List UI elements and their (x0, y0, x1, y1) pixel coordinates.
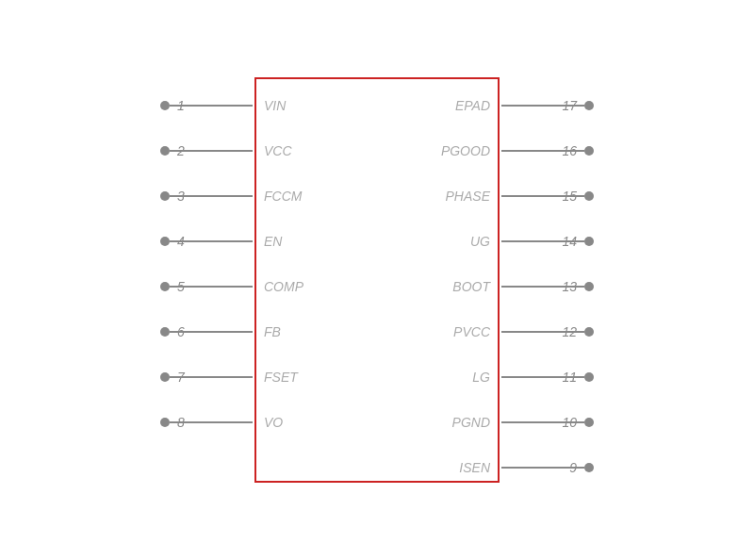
pin-9: 9 ISEN (501, 463, 594, 472)
pin-8-dot (160, 418, 170, 427)
pin-9-number: 9 (569, 460, 577, 475)
pin-3: 3 FCCM (160, 191, 253, 201)
pin-13-label: BOOT (452, 279, 490, 294)
pin-8-label: VO (264, 415, 283, 430)
pin-6: 6 FB (160, 327, 253, 337)
pin-10-label: PGND (452, 415, 490, 430)
pin-7-number: 7 (177, 370, 185, 385)
pin-4-number: 4 (177, 234, 185, 249)
pin-7-label: FSET (264, 370, 298, 385)
pin-10-number: 10 (562, 415, 577, 430)
pin-1-number: 1 (177, 98, 185, 113)
pin-5-dot (160, 282, 170, 291)
pin-5-label: COMP (264, 279, 303, 294)
pin-8: 8 VO (160, 418, 253, 427)
pin-8-number: 8 (177, 415, 185, 430)
pin-2: 2 VCC (160, 146, 253, 156)
pin-2-label: VCC (264, 143, 292, 158)
pin-16-number: 16 (562, 143, 577, 158)
pin-15-label: PHASE (446, 189, 490, 204)
pin-11-label: LG (472, 370, 490, 385)
pin-6-number: 6 (177, 324, 185, 339)
pin-13: 13 BOOT (501, 282, 594, 291)
pin-14-label: UG (470, 234, 490, 249)
pin-6-dot (160, 327, 170, 337)
pin-17: 17 EPAD (501, 101, 594, 110)
pin-14: 14 UG (501, 237, 594, 246)
pin-17-dot (584, 101, 594, 110)
pin-5: 5 COMP (160, 282, 253, 291)
pin-11-dot (584, 372, 594, 382)
pin-11-number: 11 (562, 370, 577, 385)
pin-10: 10 PGND (501, 418, 594, 427)
pin-7: 7 FSET (160, 372, 253, 382)
pin-1-label: VIN (264, 98, 286, 113)
pin-17-label: EPAD (455, 98, 490, 113)
pin-1: 1 VIN (160, 101, 253, 110)
pin-6-label: FB (264, 324, 281, 339)
pin-2-number: 2 (177, 143, 185, 158)
pin-7-dot (160, 372, 170, 382)
pin-13-dot (584, 282, 594, 291)
pin-12: 12 PVCC (501, 327, 594, 337)
pin-3-dot (160, 191, 170, 201)
pin-4-label: EN (264, 234, 282, 249)
pin-16: 16 PGOOD (501, 146, 594, 156)
ic-diagram: 1 VIN 2 VCC 3 FCCM 4 EN 5 COMP 6 FB (160, 49, 594, 511)
pin-4-dot (160, 237, 170, 246)
pin-1-dot (160, 101, 170, 110)
pin-17-number: 17 (562, 98, 577, 113)
pin-12-number: 12 (562, 324, 577, 339)
pin-15-dot (584, 191, 594, 201)
pin-16-dot (584, 146, 594, 156)
pin-5-number: 5 (177, 279, 185, 294)
pin-15: 15 PHASE (501, 191, 594, 201)
pin-9-label: ISEN (459, 460, 490, 475)
pin-3-number: 3 (177, 189, 185, 204)
pin-2-dot (160, 146, 170, 156)
pin-15-number: 15 (562, 189, 577, 204)
pin-9-dot (584, 463, 594, 472)
pin-16-label: PGOOD (441, 143, 490, 158)
pin-11: 11 LG (501, 372, 594, 382)
pin-14-dot (584, 237, 594, 246)
pin-12-label: PVCC (453, 324, 490, 339)
pin-3-label: FCCM (264, 189, 302, 204)
pin-12-dot (584, 327, 594, 337)
pin-14-number: 14 (562, 234, 577, 249)
pin-10-dot (584, 418, 594, 427)
pin-4: 4 EN (160, 237, 253, 246)
pin-13-number: 13 (562, 279, 577, 294)
